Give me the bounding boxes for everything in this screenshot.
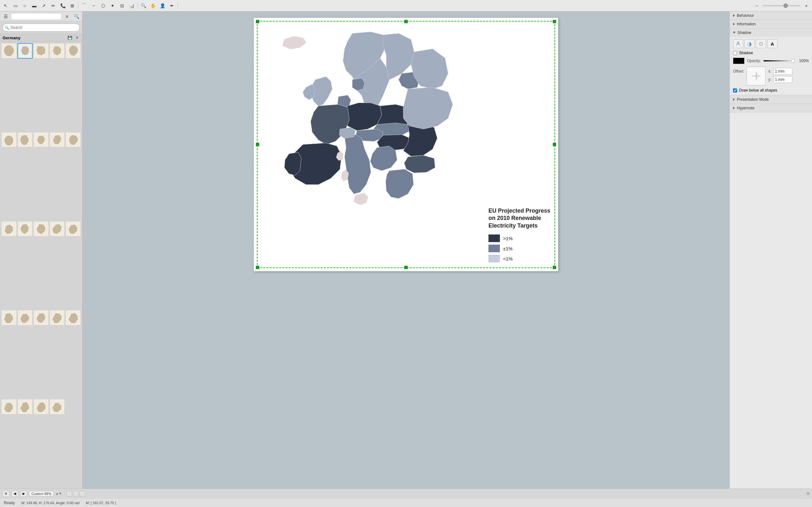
thumbnail-item[interactable]	[65, 310, 81, 326]
handle-bl[interactable]	[256, 266, 259, 269]
breadcrumb-input[interactable]	[11, 13, 62, 20]
legend-label-dark: >1%	[503, 236, 513, 241]
handle-br[interactable]	[553, 266, 556, 269]
canvas-area[interactable]: EU Projected Progress on 2010 Renewable …	[83, 11, 729, 489]
thumbnail-item[interactable]	[17, 221, 33, 237]
shadow-fill-button[interactable]: A	[733, 39, 743, 48]
thumbnail-item[interactable]	[49, 399, 65, 414]
zoom-out-button[interactable]: −	[752, 2, 761, 10]
zoom-tool[interactable]: 🔍	[139, 2, 148, 10]
zoom-in-button[interactable]: +	[802, 2, 811, 10]
pan-tool[interactable]: ✋	[148, 2, 157, 10]
polygon-tool[interactable]: ⬡	[99, 2, 107, 10]
panel-close-button[interactable]: ✕	[74, 35, 80, 40]
opacity-row: Opacity: 100%	[733, 58, 809, 64]
zoom-dropdown-icon[interactable]: ▲▼	[55, 492, 62, 495]
hypernote-header[interactable]: Hypernote	[730, 104, 812, 112]
handle-bc[interactable]	[404, 266, 408, 269]
thumbnail-item[interactable]	[17, 132, 33, 148]
shadow-collapse-icon	[733, 32, 735, 34]
information-header[interactable]: Information	[730, 20, 812, 28]
thumbnail-grid	[0, 42, 82, 489]
search-input[interactable]	[3, 23, 80, 32]
legend-item-2: ±1%	[489, 245, 552, 252]
view-btn-3[interactable]	[80, 491, 85, 497]
thumbnail-item[interactable]	[1, 132, 17, 148]
view-btn-2[interactable]	[73, 491, 79, 497]
eyedropper-tool[interactable]: ✒	[167, 2, 176, 10]
thumbnail-item[interactable]	[49, 310, 65, 326]
offset-x-input[interactable]	[773, 68, 792, 75]
freehand-tool[interactable]: ✏	[49, 2, 58, 10]
color-swatch[interactable]	[733, 58, 745, 64]
information-label: Information	[737, 22, 756, 26]
thumbnail-item[interactable]	[17, 310, 33, 326]
panel-title: Germany	[3, 36, 20, 40]
status-bar: Ready W: 149.86, H: 176.64, Angle: 0.00 …	[0, 498, 812, 507]
ellipse-tool[interactable]: ○	[20, 2, 29, 10]
thumbnail-item[interactable]	[33, 221, 49, 237]
arc-tool[interactable]: ⌒	[80, 2, 89, 10]
opacity-slider-thumb	[791, 59, 795, 63]
pause-button[interactable]: ⏸	[3, 491, 9, 497]
behaviour-header[interactable]: Behaviour	[730, 11, 812, 20]
chart-tool[interactable]: 📊	[127, 2, 136, 10]
thumbnail-item[interactable]	[1, 43, 17, 59]
offset-label: Offset:	[733, 69, 744, 73]
shadow-tools: A ◑ □ A	[733, 39, 809, 48]
handle-tl[interactable]	[256, 20, 259, 23]
draw-below-checkbox[interactable]	[733, 89, 737, 93]
offset-y-input[interactable]	[773, 76, 792, 83]
thumbnail-item[interactable]	[1, 399, 17, 414]
thumbnail-item[interactable]	[65, 43, 81, 59]
search-button[interactable]: 🔍	[72, 12, 81, 20]
group-tool[interactable]: ⊞	[68, 2, 77, 10]
panel-save-button[interactable]: 💾	[67, 35, 73, 40]
rectangle-tool[interactable]: ▭	[11, 2, 20, 10]
star-tool[interactable]: ✦	[108, 2, 117, 10]
legend-swatch-mid	[489, 245, 500, 252]
thumbnail-item[interactable]	[49, 43, 65, 59]
callout-tool[interactable]: 📞	[58, 2, 67, 10]
prev-button[interactable]: ◀	[11, 491, 18, 497]
shadow-image-button[interactable]: □	[756, 39, 766, 48]
pointer-tool[interactable]: ↖	[1, 2, 10, 10]
handle-mr[interactable]	[553, 143, 556, 146]
bezier-tool[interactable]: ~	[89, 2, 98, 10]
presentation-header[interactable]: Presentation Mode	[730, 95, 812, 104]
thumbnail-item[interactable]	[65, 221, 81, 237]
shadow-gradient-button[interactable]: ◑	[745, 39, 755, 48]
next-button[interactable]: ▶	[20, 491, 27, 497]
handle-tr[interactable]	[553, 20, 556, 23]
zoom-slider[interactable]	[763, 5, 801, 6]
thumbnail-item[interactable]	[49, 132, 65, 148]
line-tool[interactable]: ▬	[30, 2, 39, 10]
shadow-label: Shadow	[738, 31, 751, 35]
left-menu-button[interactable]: ☰	[1, 12, 10, 20]
thumbnail-item[interactable]	[33, 132, 49, 148]
connector-tool[interactable]: ↗	[39, 2, 48, 10]
map-container	[263, 27, 460, 262]
svg-point-0	[4, 46, 14, 56]
thumbnail-item[interactable]	[33, 43, 49, 59]
shadow-header[interactable]: Shadow	[730, 29, 812, 37]
thumbnail-item[interactable]	[1, 221, 17, 237]
handle-tc[interactable]	[404, 20, 408, 23]
table-tool[interactable]: ⊟	[118, 2, 126, 10]
thumbnail-item[interactable]	[17, 399, 33, 414]
thumbnail-item[interactable]	[49, 221, 65, 237]
thumbnail-item[interactable]	[17, 43, 33, 59]
thumbnail-item[interactable]	[33, 399, 49, 414]
shadow-checkbox[interactable]	[733, 51, 737, 55]
thumbnail-item[interactable]	[65, 132, 81, 148]
handle-ml[interactable]	[256, 143, 259, 146]
list-view-button[interactable]: ≡	[62, 12, 71, 20]
svg-text:+: +	[757, 76, 758, 79]
thumbnail-item[interactable]	[1, 310, 17, 326]
offset-box[interactable]: + +	[747, 66, 766, 86]
opacity-slider[interactable]	[763, 60, 795, 61]
shadow-text-button[interactable]: A	[767, 39, 777, 48]
thumbnail-item[interactable]	[33, 310, 49, 326]
user-tool[interactable]: 👤	[158, 2, 167, 10]
view-btn-1[interactable]	[66, 491, 72, 497]
